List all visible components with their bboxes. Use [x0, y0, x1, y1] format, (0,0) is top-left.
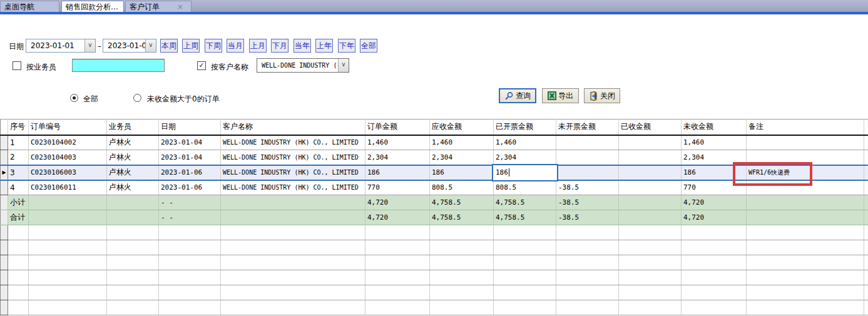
cell-receivable[interactable]: 2,304 [430, 150, 494, 165]
order-row-2[interactable]: 2 C0230104003 卢林火 2023-01-04 WELL-DONE I… [1, 150, 868, 165]
cell-seq[interactable]: 4 [8, 180, 29, 195]
total-order-amount: 4,720 [365, 210, 430, 225]
invoiced-amount-edit-box[interactable]: 186 [492, 164, 558, 181]
cell-remark[interactable] [747, 150, 864, 165]
cell-remark[interactable] [747, 135, 864, 150]
col-header-seq[interactable]: 序号 [8, 120, 29, 135]
cell-receivable[interactable]: 808.5 [430, 180, 494, 195]
cell-unreceived[interactable]: 2,304 [682, 150, 747, 165]
col-header-uninvoiced[interactable]: 未开票金额 [556, 120, 619, 135]
cell-customer[interactable]: WELL-DONE INDUSTRY (HK) CO., LIMITED [221, 165, 365, 180]
cell-unreceived[interactable]: 186 [682, 165, 747, 180]
cell-uninvoiced[interactable] [556, 165, 619, 180]
cell-uninvoiced[interactable]: -38.5 [556, 180, 619, 195]
current-row-indicator[interactable]: ▶ [1, 165, 8, 180]
by-salesman-checkbox[interactable] [13, 61, 21, 70]
cell-salesman[interactable]: 卢林火 [107, 180, 159, 195]
cell-received[interactable] [619, 165, 682, 180]
quick-range-all[interactable]: 全部 [360, 39, 377, 53]
order-row-3-selected[interactable]: ▶ 3 C0230106003 卢林火 2023-01-06 WELL-DONE… [1, 165, 868, 180]
col-header-order-no[interactable]: 订单编号 [29, 120, 107, 135]
row-selector[interactable] [1, 180, 8, 195]
cell-uninvoiced[interactable] [556, 150, 619, 165]
quick-range-last-week[interactable]: 上周 [182, 39, 200, 53]
cell-invoiced-editing[interactable]: 186 [494, 165, 556, 180]
chevron-down-icon[interactable]: ∨ [84, 39, 95, 52]
customer-name-dropdown[interactable]: WELL-DONE INDUSTRY (HK ∨ [257, 58, 349, 73]
cell-order-no[interactable]: C0230106003 [29, 165, 107, 180]
quick-range-next-week[interactable]: 下周 [205, 39, 222, 53]
cell-order-no[interactable]: C0230104002 [29, 135, 107, 150]
cell-order-amount[interactable]: 186 [365, 165, 430, 180]
cell-date[interactable]: 2023-01-06 [159, 180, 221, 195]
cell-salesman[interactable]: 卢林火 [107, 165, 159, 180]
close-button[interactable]: 关闭 [584, 88, 620, 103]
quick-range-next-month[interactable]: 下月 [271, 39, 288, 53]
cell-salesman[interactable]: 卢林火 [107, 135, 159, 150]
query-button[interactable]: 查询 [499, 88, 536, 103]
order-row-4[interactable]: 4 C0230106011 卢林火 2023-01-06 WELL-DONE I… [1, 180, 868, 195]
cell-customer[interactable]: WELL-DONE INDUSTRY (HK) CO., LIMITED [221, 180, 365, 195]
col-header-invoiced[interactable]: 已开票金额 [494, 120, 556, 135]
cell-salesman[interactable]: 卢林火 [107, 150, 159, 165]
col-header-salesman[interactable]: 业务员 [107, 120, 159, 135]
col-header-unreceived[interactable]: 未收金额 [682, 120, 747, 135]
cell-invoiced[interactable]: 2,304 [494, 150, 556, 165]
chevron-down-icon[interactable]: ∨ [338, 59, 349, 72]
date-to-picker[interactable]: 2023-01-06 ∨ [103, 39, 156, 53]
cell-unreceived[interactable]: 1,460 [682, 135, 747, 150]
cell-date[interactable]: 2023-01-04 [159, 135, 221, 150]
remark-text: WFR1/6快递费 [748, 169, 790, 176]
col-header-order-amount[interactable]: 订单金额 [365, 120, 430, 135]
cell-received[interactable] [619, 180, 682, 195]
col-header-date[interactable]: 日期 [159, 120, 221, 135]
scope-unpaid-radio[interactable] [133, 94, 141, 102]
quick-range-this-year[interactable]: 当年 [294, 39, 311, 53]
chevron-down-icon[interactable]: ∨ [145, 39, 156, 52]
scope-all-radio[interactable] [70, 94, 78, 102]
cell-order-amount[interactable]: 2,304 [365, 150, 430, 165]
cell-customer[interactable]: WELL-DONE INDUSTRY (HK) CO., LIMITED [221, 135, 365, 150]
quick-range-last-month[interactable]: 上月 [249, 39, 267, 53]
cell-order-amount[interactable]: 770 [365, 180, 430, 195]
row-selector[interactable] [1, 135, 8, 150]
cell-unreceived[interactable]: 770 [682, 180, 747, 195]
cell-order-no[interactable]: C0230104003 [29, 150, 107, 165]
export-button[interactable]: 导出 [542, 88, 579, 103]
col-header-received[interactable]: 已收金额 [619, 120, 682, 135]
cell-invoiced[interactable]: 1,460 [494, 135, 556, 150]
col-header-remark[interactable]: 备注 [747, 120, 864, 135]
cell-seq[interactable]: 1 [8, 135, 29, 150]
close-button-label: 关闭 [600, 91, 615, 101]
cell-receivable[interactable]: 186 [430, 165, 494, 180]
cell-remark-highlighted[interactable]: WFR1/6快递费 [747, 165, 864, 180]
tab-customer-orders[interactable]: 客户订单× [125, 1, 191, 12]
cell-customer[interactable]: WELL-DONE INDUSTRY (HK) CO., LIMITED [221, 150, 365, 165]
cell-uninvoiced[interactable] [556, 135, 619, 150]
cell-receivable[interactable]: 1,460 [430, 135, 494, 150]
date-from-picker[interactable]: 2023-01-01 ∨ [26, 39, 96, 53]
col-header-receivable[interactable]: 应收金额 [430, 120, 494, 135]
col-header-customer[interactable]: 客户名称 [221, 120, 365, 135]
cell-date[interactable]: 2023-01-06 [159, 165, 221, 180]
quick-range-next-year[interactable]: 下年 [338, 39, 355, 53]
cell-seq[interactable]: 3 [8, 165, 29, 180]
cell-seq[interactable]: 2 [8, 150, 29, 165]
quick-range-this-week[interactable]: 本周 [160, 39, 178, 53]
cell-received[interactable] [619, 150, 682, 165]
by-customer-checkbox[interactable]: ✓ [197, 61, 206, 70]
cell-invoiced[interactable]: 808.5 [494, 180, 556, 195]
tab-desktop-nav[interactable]: 桌面导航 [0, 1, 59, 12]
cell-order-no[interactable]: C0230106011 [29, 180, 107, 195]
row-selector[interactable] [1, 150, 8, 165]
tab-close-icon[interactable]: × [177, 3, 183, 11]
quick-range-last-year[interactable]: 上年 [315, 39, 333, 53]
tab-sales-collection-analysis[interactable]: 销售回款分析…× [61, 1, 124, 12]
order-row-1[interactable]: 1 C0230104002 卢林火 2023-01-04 WELL-DONE I… [1, 135, 868, 150]
cell-remark[interactable] [747, 180, 864, 195]
salesman-input[interactable] [72, 59, 165, 72]
quick-range-this-month[interactable]: 当月 [227, 39, 244, 53]
cell-received[interactable] [619, 135, 682, 150]
cell-date[interactable]: 2023-01-04 [159, 150, 221, 165]
cell-order-amount[interactable]: 1,460 [365, 135, 430, 150]
